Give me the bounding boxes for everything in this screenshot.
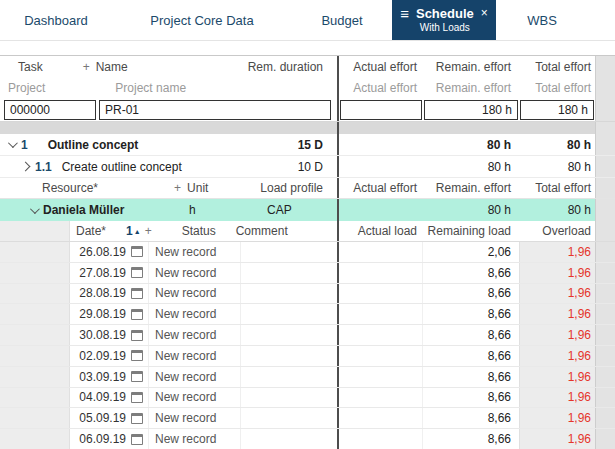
scrollbar-track[interactable] [595,156,615,177]
sort-ascending-control[interactable]: 1 ▲ [126,224,141,238]
remaining-load-cell[interactable]: 8,66 [423,346,519,366]
scrollbar-track[interactable] [595,221,615,241]
load-status-cell[interactable]: New record [148,242,240,262]
load-comment-cell[interactable] [240,284,337,304]
remaining-load-cell[interactable]: 8,66 [423,429,519,449]
load-comment-cell[interactable] [240,242,337,262]
actual-load-cell[interactable] [339,388,423,408]
load-status-cell[interactable]: New record [148,304,240,324]
load-date-cell[interactable]: 02.09.19 [70,349,126,363]
project-actual-effort-field[interactable] [340,100,422,120]
actual-load-cell[interactable] [339,367,423,387]
scrollbar-track[interactable] [595,242,615,262]
project-total-effort-field[interactable]: 180 h [520,100,594,120]
actual-load-cell[interactable] [339,242,423,262]
load-date-cell[interactable]: 29.08.19 [70,307,126,321]
tab-dashboard[interactable]: Dashboard [0,0,112,40]
add-resource-icon[interactable]: + [174,181,181,195]
scrollbar-track[interactable] [595,178,615,198]
calendar-icon[interactable] [126,330,148,341]
load-date-cell[interactable]: 03.09.19 [70,370,126,384]
hamburger-menu-icon[interactable]: ≡ [400,5,409,22]
load-date-cell[interactable]: 28.08.19 [70,286,126,300]
remaining-load-cell[interactable]: 8,66 [423,304,519,324]
load-comment-cell[interactable] [240,388,337,408]
actual-load-cell[interactable] [339,284,423,304]
scrollbar-track[interactable] [595,304,615,324]
remaining-load-cell[interactable]: 8,66 [423,263,519,283]
load-comment-cell[interactable] [240,325,337,345]
scrollbar-track[interactable] [595,367,615,387]
remaining-load-cell[interactable]: 2,06 [423,242,519,262]
scrollbar-track[interactable] [595,263,615,283]
load-date-cell[interactable]: 06.09.19 [70,432,126,446]
scrollbar-track[interactable] [595,429,615,449]
scrollbar-track[interactable] [595,408,615,428]
calendar-icon[interactable] [126,371,148,382]
calendar-icon[interactable] [126,246,148,257]
scrollbar-track[interactable] [595,325,615,345]
load-status-cell[interactable]: New record [148,263,240,283]
load-status-cell[interactable]: New record [148,284,240,304]
calendar-icon[interactable] [126,413,148,424]
remaining-load-cell[interactable]: 8,66 [423,388,519,408]
add-task-icon[interactable]: + [83,60,90,74]
remaining-load-cell[interactable]: 8,66 [423,367,519,387]
calendar-icon[interactable] [126,434,148,445]
load-comment-cell[interactable] [240,429,337,449]
remaining-load-cell[interactable]: 8,66 [423,408,519,428]
scrollbar-track[interactable] [595,346,615,366]
load-status-cell[interactable]: New record [148,367,240,387]
load-status-cell[interactable]: New record [148,429,240,449]
scrollbar-track[interactable] [595,134,615,155]
remaining-load-cell[interactable]: 8,66 [423,325,519,345]
load-status-cell[interactable]: New record [148,408,240,428]
load-date-cell[interactable]: 26.08.19 [70,245,126,259]
scrollbar-track[interactable] [595,388,615,408]
project-remain-effort-field[interactable]: 180 h [424,100,518,120]
load-date-cell[interactable]: 05.09.19 [70,411,126,425]
actual-load-cell[interactable] [339,325,423,345]
project-name-field[interactable]: PR-01 [99,100,331,120]
load-date-cell[interactable]: 30.08.19 [70,328,126,342]
load-comment-cell[interactable] [240,367,337,387]
load-comment-cell[interactable] [240,346,337,366]
tab-budget[interactable]: Budget [292,0,392,40]
task-name[interactable]: Create outline concept [62,160,182,174]
calendar-icon[interactable] [126,350,148,361]
load-date-cell[interactable]: 04.09.19 [70,390,126,404]
scrollbar-track[interactable] [595,78,615,98]
task-name[interactable]: Outline concept [48,138,139,152]
chevron-right-icon[interactable] [21,162,31,172]
tab-project-core-data[interactable]: Project Core Data [112,0,292,40]
load-comment-cell[interactable] [240,263,337,283]
calendar-icon[interactable] [126,309,148,320]
chevron-down-icon[interactable] [30,204,40,214]
project-id-field[interactable]: 000000 [4,100,96,120]
load-status-cell[interactable]: New record [148,346,240,366]
close-icon[interactable]: × [481,6,488,20]
tab-wbs[interactable]: WBS [496,0,588,40]
scrollbar-track[interactable] [595,122,615,134]
actual-load-cell[interactable] [339,263,423,283]
calendar-icon[interactable] [126,392,148,403]
scrollbar-track[interactable] [595,98,615,121]
actual-load-cell[interactable] [339,429,423,449]
add-load-record-icon[interactable]: + [145,224,152,238]
calendar-icon[interactable] [126,288,148,299]
load-status-cell[interactable]: New record [148,325,240,345]
resource-row-selected[interactable]: Daniela Müller h CAP 80 h 80 h [0,199,615,221]
load-date-cell[interactable]: 27.08.19 [70,266,126,280]
chevron-down-icon[interactable] [8,138,18,148]
actual-load-cell[interactable] [339,304,423,324]
tab-schedule[interactable]: ≡ Schedule With Loads × [392,0,496,40]
actual-load-cell[interactable] [339,408,423,428]
calendar-icon[interactable] [126,267,148,278]
scrollbar-track[interactable] [595,56,615,78]
load-status-cell[interactable]: New record [148,388,240,408]
scrollbar-track[interactable] [595,199,615,221]
load-comment-cell[interactable] [240,408,337,428]
resource-name[interactable]: Daniela Müller [43,203,189,217]
scrollbar-track[interactable] [595,284,615,304]
load-comment-cell[interactable] [240,304,337,324]
